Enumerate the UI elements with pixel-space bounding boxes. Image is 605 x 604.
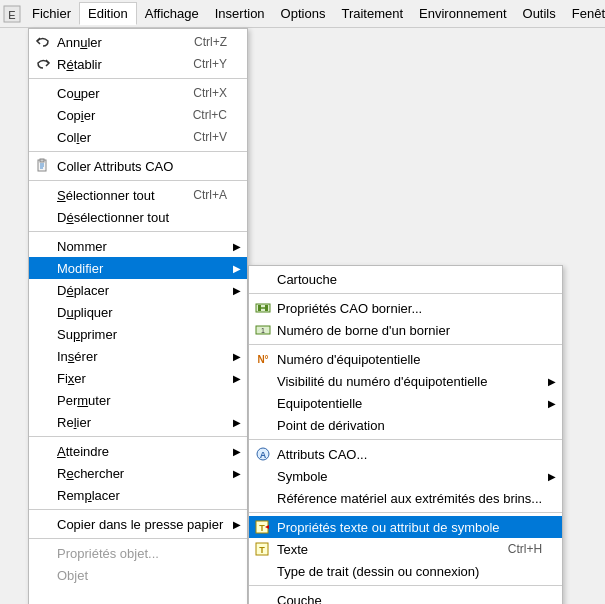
submenu-attributs-cao[interactable]: A Attributs CAO... xyxy=(249,443,562,465)
submenu-symbole[interactable]: Symbole ▶ xyxy=(249,465,562,487)
objet-label: Objet xyxy=(57,568,88,583)
menu-relier[interactable]: Relier ▶ xyxy=(29,411,247,433)
sep-2 xyxy=(29,151,247,152)
sub-sep-5 xyxy=(249,585,562,586)
fixer-arrow: ▶ xyxy=(233,373,241,384)
menubar-traitement[interactable]: Traitement xyxy=(333,3,411,24)
rechercher-arrow: ▶ xyxy=(233,468,241,479)
menu-coller-attributs[interactable]: Coller Attributs CAO xyxy=(29,155,247,177)
menubar-edition[interactable]: Edition xyxy=(79,2,137,25)
menu-copier[interactable]: Copier Ctrl+C xyxy=(29,104,247,126)
inserer-arrow: ▶ xyxy=(233,351,241,362)
atteindre-arrow: ▶ xyxy=(233,446,241,457)
edition-menu: Annuler Ctrl+Z Rétablir Ctrl+Y Couper Ct… xyxy=(28,28,248,604)
retablir-label: Rétablir xyxy=(57,57,102,72)
equipotentielle-arrow: ▶ xyxy=(548,398,556,409)
modifier-label: Modifier xyxy=(57,261,103,276)
attributs-cao-label: Attributs CAO... xyxy=(277,447,367,462)
coller-attributs-label: Coller Attributs CAO xyxy=(57,159,173,174)
couche-label: Couche xyxy=(277,593,322,605)
menu-permuter[interactable]: Permuter xyxy=(29,389,247,411)
selectionner-shortcut: Ctrl+A xyxy=(173,188,227,202)
coller-label: Coller xyxy=(57,130,91,145)
fixer-label: Fixer xyxy=(57,371,86,386)
retablir-shortcut: Ctrl+Y xyxy=(173,57,227,71)
menu-proprietes-objet[interactable]: Propriétés objet... xyxy=(29,542,247,564)
equipot-icon: N° xyxy=(253,349,273,369)
texte-icon: T xyxy=(253,539,273,559)
sub-sep-1 xyxy=(249,293,562,294)
dropdown-container: Annuler Ctrl+Z Rétablir Ctrl+Y Couper Ct… xyxy=(0,28,563,604)
menu-supprimer[interactable]: Supprimer xyxy=(29,323,247,345)
numero-borne-label: Numéro de borne d'un bornier xyxy=(277,323,450,338)
menu-annuler[interactable]: Annuler Ctrl+Z xyxy=(29,31,247,53)
sub-sep-2 xyxy=(249,344,562,345)
relier-label: Relier xyxy=(57,415,91,430)
texte-label: Texte xyxy=(277,542,308,557)
menu-retablir[interactable]: Rétablir Ctrl+Y xyxy=(29,53,247,75)
symbole-arrow: ▶ xyxy=(548,471,556,482)
sep-3 xyxy=(29,180,247,181)
symbole-label: Symbole xyxy=(277,469,328,484)
submenu-proprietes-texte[interactable]: T Propriétés texte ou attribut de symbol… xyxy=(249,516,562,538)
svg-rect-3 xyxy=(40,159,44,162)
menu-copier-presse[interactable]: Copier dans le presse papier ▶ xyxy=(29,513,247,535)
menubar-fichier[interactable]: Fichier xyxy=(24,3,79,24)
submenu-type-trait[interactable]: Type de trait (dessin ou connexion) xyxy=(249,560,562,582)
texte-shortcut: Ctrl+H xyxy=(488,542,542,556)
atteindre-label: Atteindre xyxy=(57,444,109,459)
menubar-insertion[interactable]: Insertion xyxy=(207,3,273,24)
sep-5 xyxy=(29,436,247,437)
menu-inserer[interactable]: Insérer ▶ xyxy=(29,345,247,367)
remplacer-label: Remplacer xyxy=(57,488,120,503)
submenu-texte[interactable]: T Texte Ctrl+H xyxy=(249,538,562,560)
copier-presse-label: Copier dans le presse papier xyxy=(57,517,223,532)
menubar-fenetre[interactable]: Fenêtre xyxy=(564,3,605,24)
menu-nommer[interactable]: Nommer ▶ xyxy=(29,235,247,257)
menu-deselectionner-tout[interactable]: Désélectionner tout xyxy=(29,206,247,228)
svg-text:N°: N° xyxy=(257,354,268,365)
menu-modifier[interactable]: Modifier ▶ xyxy=(29,257,247,279)
reference-label: Référence matériel aux extrémités des br… xyxy=(277,491,542,506)
texte-prop-icon: T xyxy=(253,517,273,537)
paste-attr-icon xyxy=(33,156,53,176)
permuter-label: Permuter xyxy=(57,393,110,408)
sep-6 xyxy=(29,509,247,510)
proprietes-texte-label: Propriétés texte ou attribut de symbole xyxy=(277,520,500,535)
submenu-point-derivation[interactable]: Point de dérivation xyxy=(249,414,562,436)
sub-sep-4 xyxy=(249,512,562,513)
submenu-visibilite-numero[interactable]: Visibilité du numéro d'équipotentielle ▶ xyxy=(249,370,562,392)
menubar-environnement[interactable]: Environnement xyxy=(411,3,514,24)
couper-shortcut: Ctrl+X xyxy=(173,86,227,100)
menu-selectionner-tout[interactable]: Sélectionner tout Ctrl+A xyxy=(29,184,247,206)
menu-fixer[interactable]: Fixer ▶ xyxy=(29,367,247,389)
coller-shortcut: Ctrl+V xyxy=(173,130,227,144)
cartouche-label: Cartouche xyxy=(277,272,337,287)
copier-presse-arrow: ▶ xyxy=(233,519,241,530)
menu-couper[interactable]: Couper Ctrl+X xyxy=(29,82,247,104)
svg-text:T: T xyxy=(259,523,265,533)
supprimer-label: Supprimer xyxy=(57,327,117,342)
menu-rechercher[interactable]: Rechercher ▶ xyxy=(29,462,247,484)
menu-objet[interactable]: Objet xyxy=(29,564,247,586)
submenu-equipotentielle[interactable]: Equipotentielle ▶ xyxy=(249,392,562,414)
submenu-numero-borne[interactable]: 1 Numéro de borne d'un bornier xyxy=(249,319,562,341)
submenu-reference-materiel[interactable]: Référence matériel aux extrémités des br… xyxy=(249,487,562,509)
menubar-outils[interactable]: Outils xyxy=(515,3,564,24)
nommer-arrow: ▶ xyxy=(233,241,241,252)
menubar-options[interactable]: Options xyxy=(273,3,334,24)
deplacer-arrow: ▶ xyxy=(233,285,241,296)
menu-deplacer[interactable]: Déplacer ▶ xyxy=(29,279,247,301)
copier-shortcut: Ctrl+C xyxy=(173,108,227,122)
submenu-couche[interactable]: Couche xyxy=(249,589,562,604)
submenu-cartouche[interactable]: Cartouche xyxy=(249,268,562,290)
menu-coller[interactable]: Coller Ctrl+V xyxy=(29,126,247,148)
submenu-numero-equipotentielle[interactable]: N° Numéro d'équipotentielle xyxy=(249,348,562,370)
menubar: E Fichier Edition Affichage Insertion Op… xyxy=(0,0,605,28)
menu-remplacer[interactable]: Remplacer xyxy=(29,484,247,506)
submenu-proprietes-cao-bornier[interactable]: Propriétés CAO bornier... xyxy=(249,297,562,319)
menu-dupliquer[interactable]: Dupliquer xyxy=(29,301,247,323)
menu-atteindre[interactable]: Atteindre ▶ xyxy=(29,440,247,462)
menubar-affichage[interactable]: Affichage xyxy=(137,3,207,24)
sub-sep-3 xyxy=(249,439,562,440)
